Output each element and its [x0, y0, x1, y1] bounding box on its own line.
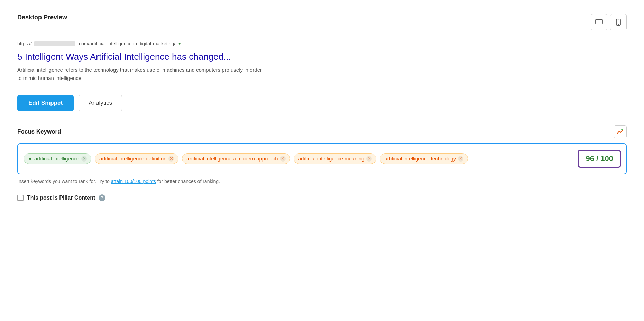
keyword-tag-ai: ★ artificial intelligence ✕ [24, 153, 91, 164]
keyword-tag-meaning: artificial intelligence meaning ✕ [294, 153, 377, 164]
mobile-device-button[interactable] [610, 14, 627, 30]
focus-keyword-header: Focus Keyword [17, 125, 627, 138]
desktop-device-button[interactable] [591, 14, 607, 30]
keyword-text-modern-approach: artificial intelligence a modern approac… [186, 156, 278, 162]
keyword-remove-technology[interactable]: ✕ [458, 156, 463, 162]
keyword-text-definition: artificial intelligence definition [99, 156, 166, 162]
keyword-text-meaning: artificial intelligence meaning [298, 156, 365, 162]
url-prefix: https:// [17, 41, 32, 46]
serp-title[interactable]: 5 Intelligent Ways Artificial Intelligen… [17, 51, 627, 63]
keyword-remove-ai[interactable]: ✕ [81, 156, 87, 162]
keyword-tag-definition: artificial intelligence definition ✕ [95, 153, 178, 164]
keywords-area: ★ artificial intelligence ✕ artificial i… [17, 143, 627, 174]
serp-description: Artificial intelligence refers to the te… [17, 66, 266, 82]
edit-snippet-button[interactable]: Edit Snippet [17, 95, 74, 111]
url-row: https:// .com/artificial-intelligence-in… [17, 41, 627, 46]
helper-text: Insert keywords you want to rank for. Tr… [17, 178, 627, 184]
keyword-tag-technology: artificial intelligence technology ✕ [380, 153, 468, 164]
buttons-row: Edit Snippet Analytics [17, 95, 627, 111]
svg-rect-0 [596, 19, 602, 24]
pillar-content-row: This post is Pillar Content ? [17, 194, 627, 201]
star-icon: ★ [28, 156, 32, 161]
score-badge: 96 / 100 [578, 150, 621, 168]
url-dropdown-arrow[interactable]: ▼ [177, 41, 182, 46]
header-row: Desktop Preview [17, 14, 627, 30]
keyword-remove-definition[interactable]: ✕ [168, 156, 174, 162]
helper-text-after: for better chances of ranking. [157, 178, 220, 184]
pillar-help-icon[interactable]: ? [99, 194, 105, 201]
helper-link[interactable]: attain 100/100 points [111, 178, 156, 184]
desktop-preview-label: Desktop Preview [17, 14, 67, 21]
trend-icon-button[interactable] [614, 125, 627, 138]
pillar-content-label: This post is Pillar Content [27, 195, 95, 201]
url-blurred-domain [34, 41, 75, 46]
device-icons [591, 14, 627, 30]
keyword-text-ai: artificial intelligence [34, 156, 79, 162]
keyword-remove-meaning[interactable]: ✕ [366, 156, 372, 162]
pillar-content-checkbox[interactable] [17, 195, 24, 201]
focus-keyword-label: Focus Keyword [17, 128, 61, 135]
url-suffix: .com/artificial-intelligence-in-digital-… [77, 41, 175, 46]
keyword-remove-modern-approach[interactable]: ✕ [280, 156, 286, 162]
svg-point-2 [618, 24, 619, 25]
analytics-button[interactable]: Analytics [79, 95, 122, 111]
keyword-text-technology: artificial intelligence technology [384, 156, 456, 162]
keyword-tag-modern-approach: artificial intelligence a modern approac… [182, 153, 290, 164]
helper-text-before: Insert keywords you want to rank for. Tr… [17, 178, 111, 184]
